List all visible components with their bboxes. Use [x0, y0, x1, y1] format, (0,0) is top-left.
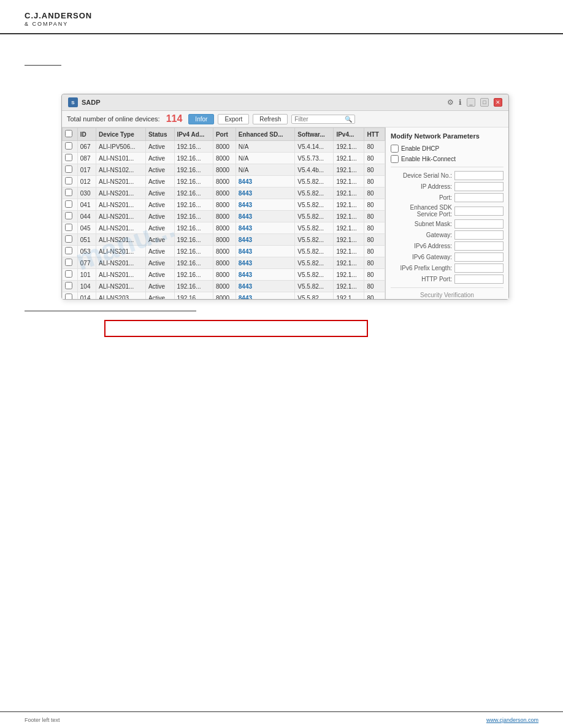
row-checkbox[interactable]: [65, 235, 72, 243]
row-device: ALI-NS201...: [96, 199, 146, 211]
gateway-input[interactable]: [454, 230, 504, 240]
sadp-toolbar: Total number of online devices: 114 Info…: [62, 111, 508, 127]
row-software: V5.5.82...: [295, 188, 334, 199]
footer-left-text: Footer left text: [25, 717, 60, 723]
row-checkbox-cell[interactable]: [63, 269, 78, 281]
row-checkbox-cell[interactable]: [63, 234, 78, 246]
row-checkbox-cell[interactable]: [63, 281, 78, 292]
table-row[interactable]: 017 ALI-NS102... Active 192.16... 8000 N…: [63, 164, 385, 176]
red-bordered-box[interactable]: [104, 320, 368, 337]
refresh-button[interactable]: Refresh: [253, 114, 288, 124]
row-checkbox[interactable]: [65, 282, 72, 289]
row-id: 077: [77, 257, 96, 269]
row-id: 104: [77, 281, 96, 292]
row-checkbox[interactable]: [65, 165, 72, 173]
row-checkbox[interactable]: [65, 294, 72, 299]
subnet-mask-input[interactable]: [454, 219, 504, 229]
device-count-label: Total number of online devices:: [67, 115, 160, 123]
row-checkbox[interactable]: [65, 259, 72, 266]
row-ipv4: 192.16...: [174, 153, 213, 164]
infor-button[interactable]: Infor: [188, 114, 214, 124]
row-device: ALI-NS201...: [96, 222, 146, 234]
table-row[interactable]: 087 ALI-NS101... Active 192.16... 8000 N…: [63, 153, 385, 164]
device-serial-row: Device Serial No.:: [391, 171, 504, 180]
row-checkbox-cell[interactable]: [63, 257, 78, 269]
ip-address-input[interactable]: [454, 182, 504, 191]
enhanced-sdk-input[interactable]: [454, 207, 504, 216]
row-checkbox[interactable]: [65, 247, 72, 254]
sadp-title-label: SADP: [82, 99, 101, 106]
settings-icon[interactable]: ⚙: [447, 98, 454, 107]
enhanced-sdk-row: Enhanced SDK Service Port:: [391, 204, 504, 218]
export-button[interactable]: Export: [218, 114, 249, 124]
table-row[interactable]: 041 ALI-NS201... Active 192.16... 8000 8…: [63, 199, 385, 211]
row-checkbox-cell[interactable]: [63, 188, 78, 199]
maximize-button[interactable]: □: [480, 98, 489, 107]
row-id: 067: [77, 141, 96, 153]
enable-hik-checkbox[interactable]: [391, 155, 399, 163]
info-icon[interactable]: ℹ: [459, 98, 462, 107]
row-checkbox[interactable]: [65, 224, 72, 231]
row-port: 8000: [213, 199, 236, 211]
row-checkbox-cell[interactable]: [63, 199, 78, 211]
ipv6-address-input[interactable]: [454, 241, 504, 251]
row-software: V5.5.82...: [295, 246, 334, 257]
row-enhanced: 8443: [236, 281, 295, 292]
http-port-input[interactable]: [454, 275, 504, 284]
table-row[interactable]: 053 ALI-NS201... Active 192.16... 8000 8…: [63, 246, 385, 257]
device-serial-input[interactable]: [454, 171, 504, 180]
page-body: S SADP ⚙ ℹ _ □ ✕ Total number of online …: [0, 34, 563, 358]
table-row[interactable]: 030 ALI-NS201... Active 192.16... 8000 8…: [63, 188, 385, 199]
table-row[interactable]: 067 ALI-IPV506... Active 192.16... 8000 …: [63, 141, 385, 153]
row-checkbox[interactable]: [65, 270, 72, 278]
row-ipv4b: 192.1...: [334, 141, 364, 153]
row-checkbox[interactable]: [65, 189, 72, 196]
table-row[interactable]: 101 ALI-NS201... Active 192.16... 8000 8…: [63, 269, 385, 281]
row-checkbox[interactable]: [65, 200, 72, 208]
row-id: 051: [77, 234, 96, 246]
row-checkbox-cell[interactable]: [63, 246, 78, 257]
row-checkbox[interactable]: [65, 142, 72, 150]
row-checkbox-cell[interactable]: [63, 292, 78, 300]
table-row[interactable]: 045 ALI-NS201... Active 192.16... 8000 8…: [63, 222, 385, 234]
table-row[interactable]: 077 ALI-NS201... Active 192.16... 8000 8…: [63, 257, 385, 269]
row-ipv4b: 192.1...: [334, 211, 364, 222]
col-checkbox[interactable]: [63, 128, 78, 141]
device-serial-label: Device Serial No.:: [391, 172, 452, 179]
close-button[interactable]: ✕: [494, 98, 502, 107]
row-status: Active: [145, 153, 174, 164]
row-checkbox-cell[interactable]: [63, 164, 78, 176]
row-status: Active: [145, 176, 174, 188]
sadp-window: S SADP ⚙ ℹ _ □ ✕ Total number of online …: [61, 94, 509, 300]
table-row[interactable]: 012 ALI-NS201... Active 192.16... 8000 8…: [63, 176, 385, 188]
row-id: 017: [77, 164, 96, 176]
minimize-button[interactable]: _: [467, 98, 475, 107]
select-all-checkbox[interactable]: [65, 130, 72, 137]
row-checkbox-cell[interactable]: [63, 153, 78, 164]
ipv6-prefix-input[interactable]: [454, 264, 504, 273]
section2-divider: [25, 311, 196, 311]
row-enhanced: 8443: [236, 234, 295, 246]
row-checkbox-cell[interactable]: [63, 176, 78, 188]
device-count-value: 114: [166, 113, 183, 124]
row-checkbox[interactable]: [65, 177, 72, 184]
enable-dhcp-checkbox[interactable]: [391, 145, 399, 153]
table-row[interactable]: 044 ALI-NS201... Active 192.16... 8000 8…: [63, 211, 385, 222]
row-checkbox-cell[interactable]: [63, 141, 78, 153]
row-checkbox[interactable]: [65, 154, 72, 161]
footer-right-link[interactable]: www.cjanderson.com: [486, 717, 538, 723]
row-software: V5.5.82...: [295, 211, 334, 222]
company-logo: C.J.ANDERSON & COMPANY: [25, 11, 92, 27]
table-row[interactable]: 104 ALI-NS201... Active 192.16... 8000 8…: [63, 281, 385, 292]
row-checkbox-cell[interactable]: [63, 222, 78, 234]
row-checkbox-cell[interactable]: [63, 211, 78, 222]
table-row[interactable]: 014 ALI-NS203... Active 192.16... 8000 8…: [63, 292, 385, 300]
table-row[interactable]: 051 ALI-NS201... Active 192.16... 8000 8…: [63, 234, 385, 246]
ipv6-gateway-input[interactable]: [454, 252, 504, 262]
filter-input[interactable]: [294, 116, 343, 123]
row-port: 8000: [213, 234, 236, 246]
row-checkbox[interactable]: [65, 212, 72, 219]
port-input[interactable]: [454, 193, 504, 202]
col-device-type: Device Type: [96, 128, 146, 141]
row-http: 80: [364, 176, 385, 188]
